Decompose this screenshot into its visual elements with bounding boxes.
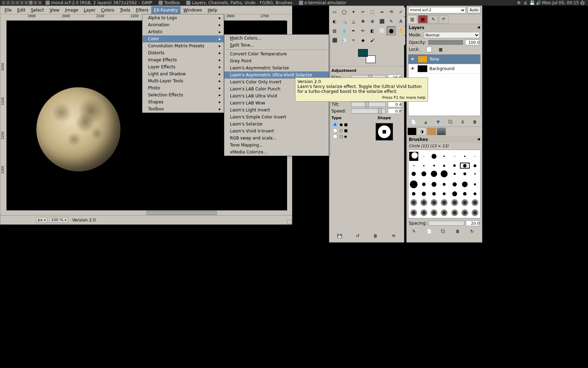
- brush-cell[interactable]: [470, 163, 480, 169]
- fx-item-multi-layer-tools[interactable]: Multi-Layer Tools: [142, 77, 224, 84]
- fx-item-shapes[interactable]: Shapes: [142, 98, 224, 105]
- brush-cell[interactable]: [429, 208, 439, 218]
- tool-button-18[interactable]: ✒: [349, 26, 358, 35]
- tool-button-1[interactable]: ◯: [340, 7, 349, 16]
- tool-button-23[interactable]: ✋: [396, 26, 405, 35]
- brush-cell[interactable]: [419, 208, 429, 218]
- workspace-switcher[interactable]: 123456789: [1, 1, 42, 5]
- brush-cell[interactable]: [450, 169, 460, 179]
- menu-windows[interactable]: Windows: [181, 6, 205, 14]
- type-radios[interactable]: ● ■ ○ ■ ○ ◆: [331, 121, 367, 140]
- patterns-tab-icon[interactable]: [427, 128, 436, 135]
- workspace-9[interactable]: 9: [38, 1, 42, 5]
- workspace-8[interactable]: 8: [33, 1, 37, 5]
- color-item[interactable]: Lasm's Solarize: [224, 121, 329, 128]
- tool-button-3[interactable]: ✂: [358, 7, 368, 16]
- brush-cell[interactable]: [409, 208, 419, 218]
- tool-button-21[interactable]: ⬜: [377, 26, 386, 35]
- tool-button-2[interactable]: ✶: [349, 7, 358, 16]
- brush-cell[interactable]: [460, 150, 470, 162]
- layers-tab-icon[interactable]: ▥: [407, 15, 417, 23]
- mode-select[interactable]: Normal: [424, 32, 480, 38]
- menu-fx-foundry[interactable]: FX-Foundry: [151, 6, 181, 14]
- workspace-4[interactable]: 4: [15, 1, 19, 5]
- color-item[interactable]: Split Tone...: [224, 42, 329, 49]
- auto-button[interactable]: Auto: [467, 7, 481, 13]
- tool-button-9[interactable]: 🔍: [340, 17, 349, 26]
- reset-options-icon[interactable]: ⟲: [390, 232, 397, 239]
- taskbar-task-gimp[interactable]: mond.xcf-2.0 (RGB, 2 layers) 3872x2592 –…: [43, 0, 155, 5]
- brush-cell[interactable]: [419, 163, 429, 169]
- brush-cell[interactable]: [439, 179, 449, 190]
- unit-selector[interactable]: px: [36, 217, 47, 223]
- color-item[interactable]: Lasm's Vivid V-Invert: [224, 128, 329, 135]
- fx-item-alpha-to-logo[interactable]: Alpha to Logo: [142, 14, 224, 21]
- brush-cell[interactable]: [450, 208, 460, 218]
- tool-button-26[interactable]: ⚪: [349, 36, 358, 45]
- menu-colors[interactable]: Colors: [98, 6, 117, 14]
- tool-button-25[interactable]: 💨: [340, 36, 349, 45]
- lower-layer-icon[interactable]: ▼: [435, 119, 442, 125]
- brush-cell[interactable]: [450, 190, 460, 198]
- brush-cell[interactable]: [439, 163, 449, 169]
- fx-item-toolbox[interactable]: Toolbox: [142, 105, 224, 113]
- delete-options-icon[interactable]: 🗑: [372, 232, 379, 239]
- tool-button-24[interactable]: ⬛: [330, 36, 339, 45]
- tool-button-0[interactable]: ▭: [330, 7, 339, 16]
- brush-cell[interactable]: [460, 179, 470, 190]
- fx-item-image-effects[interactable]: Image Effects: [142, 56, 224, 63]
- workspace-7[interactable]: 7: [29, 1, 33, 5]
- tilt-slider[interactable]: [351, 102, 386, 107]
- fx-item-animation[interactable]: Animation: [142, 21, 224, 28]
- nav-preview-icon[interactable]: [287, 219, 292, 224]
- tool-button-15[interactable]: A: [396, 17, 405, 26]
- color-item[interactable]: Tone Mapping...: [224, 142, 329, 149]
- shape-preview[interactable]: [376, 123, 393, 141]
- scrollbar-horizontal[interactable]: [7, 210, 287, 215]
- menu-tools[interactable]: Tools: [117, 6, 133, 14]
- dock-tabs[interactable]: ▥ ▦ ✎ ↶: [407, 14, 482, 24]
- menu-file[interactable]: File: [2, 6, 14, 14]
- brush-cell[interactable]: [409, 190, 419, 198]
- workspace-5[interactable]: 5: [20, 1, 24, 5]
- brush-cell[interactable]: [439, 190, 449, 198]
- delete-brush-icon[interactable]: 🗑: [456, 229, 462, 235]
- fx-item-color[interactable]: Color: [142, 35, 224, 42]
- brush-cell[interactable]: [450, 163, 460, 169]
- taskbar-task-layers[interactable]: Layers, Channels, Paths, Undo - FG/BG, B…: [183, 0, 295, 5]
- save-options-icon[interactable]: 💾: [336, 232, 343, 239]
- new-brush-icon[interactable]: 📄: [427, 229, 433, 235]
- speed-input[interactable]: [388, 108, 402, 114]
- paths-tab-icon[interactable]: ✎: [428, 15, 438, 23]
- tray-icon[interactable]: ⚙: [517, 0, 522, 5]
- brush-cell[interactable]: [439, 169, 449, 179]
- fg-bg-swatch[interactable]: [358, 49, 376, 63]
- brush-cell[interactable]: [429, 150, 439, 162]
- tool-button-10[interactable]: △: [349, 17, 358, 26]
- brush-cell[interactable]: [439, 198, 449, 208]
- gradients-tab-icon[interactable]: [437, 128, 446, 135]
- brush-cell[interactable]: [470, 150, 480, 162]
- brush-cell[interactable]: [419, 190, 429, 198]
- tool-button-5[interactable]: ↔: [377, 7, 386, 16]
- clock[interactable]: Mon Jul 05, 00:15: [542, 0, 579, 5]
- menu-image[interactable]: Image: [62, 6, 81, 14]
- opacity-input[interactable]: [465, 40, 480, 45]
- brush-cell[interactable]: [429, 169, 439, 179]
- tool-button-30[interactable]: [387, 36, 396, 45]
- color-item[interactable]: Grey Point: [224, 57, 329, 64]
- restore-options-icon[interactable]: ↺: [354, 232, 361, 239]
- tool-button-28[interactable]: 🖌: [368, 36, 377, 45]
- tool-button-14[interactable]: ✎: [387, 17, 396, 26]
- tool-button-27[interactable]: ◆: [358, 36, 368, 45]
- tray-icon[interactable]: 🔊: [536, 0, 541, 5]
- brush-cell[interactable]: [450, 179, 460, 190]
- tool-button-4[interactable]: ⬚: [368, 7, 377, 16]
- brush-grid[interactable]: [408, 150, 481, 218]
- fx-item-layer-effects[interactable]: Layer Effects: [142, 63, 224, 70]
- spacing-slider[interactable]: [428, 221, 464, 226]
- brush-cell[interactable]: [409, 163, 419, 169]
- undo-tab-icon[interactable]: ↶: [439, 15, 449, 23]
- refresh-brush-icon[interactable]: ↻: [470, 229, 476, 235]
- edit-brush-icon[interactable]: ✎: [412, 229, 419, 235]
